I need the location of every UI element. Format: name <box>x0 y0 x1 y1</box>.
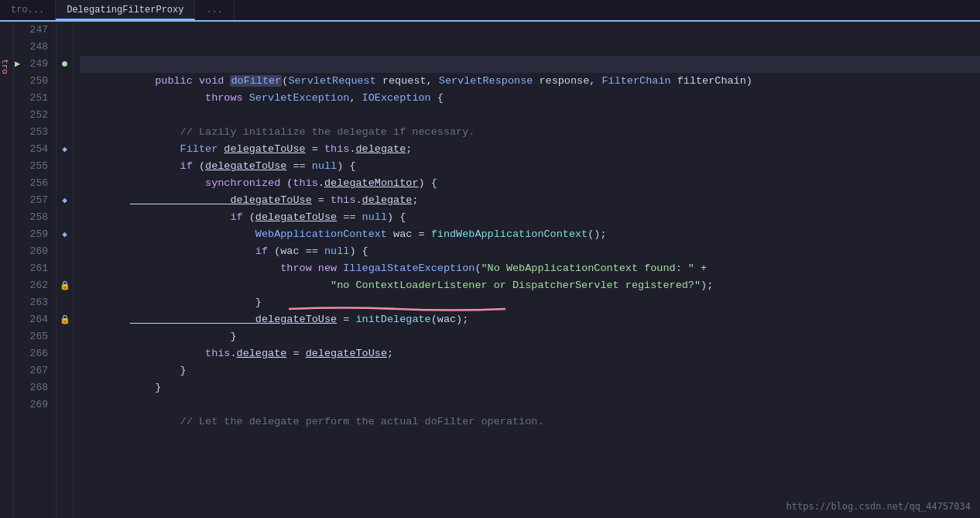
debug-255 <box>57 158 73 175</box>
code-line-259: if (wac == null) { <box>80 226 980 243</box>
line-265: 265 <box>14 328 56 345</box>
code-line-253: Filter delegateToUse = this.delegate; <box>80 124 980 141</box>
code-line-248: @Override <box>80 39 980 56</box>
debug-252 <box>57 107 73 124</box>
watermark: https://blog.csdn.net/qq_44757034 <box>786 501 971 512</box>
debug-260 <box>57 243 73 260</box>
code-line-251 <box>80 90 980 107</box>
debug-icons: ● ◆ ◆ ◆ 🔒 🔒 <box>57 22 74 518</box>
line-numbers: 247 248 ▶ 249 250 251 252 253 254 255 25… <box>14 22 57 518</box>
code-line-263: delegateToUse = initDelegate(wac); <box>80 294 980 311</box>
line-251: 251 <box>14 90 56 107</box>
line-261: 261 <box>14 260 56 277</box>
code-line-250: throws ServletException, IOException { <box>80 73 980 90</box>
debug-254: ◆ <box>57 141 73 158</box>
code-line-261: "no ContextLoaderListener or DispatcherS… <box>80 260 980 277</box>
line-257: 257 <box>14 192 56 209</box>
code-line-267: } <box>80 362 980 379</box>
line-262: 262 <box>14 277 56 294</box>
debug-261 <box>57 260 73 277</box>
code-line-247 <box>80 22 980 39</box>
gutter-label: tro <box>0 59 10 74</box>
line-254: 254 <box>14 141 56 158</box>
debug-268 <box>57 379 73 396</box>
line-250: 250 <box>14 73 56 90</box>
code-line-252: // Lazily initialize the delegate if nec… <box>80 107 980 124</box>
tab-delegating-filter[interactable]: DelegatingFilterProxy <box>56 0 195 20</box>
debug-250 <box>57 73 73 90</box>
code-line-254: if (delegateToUse == null) { <box>80 141 980 158</box>
green-dot-icon: ● <box>61 56 69 73</box>
debug-262: 🔒 <box>57 277 73 294</box>
comment-dofilter: // Let the delegate perform the actual d… <box>130 416 544 427</box>
debug-248 <box>57 39 73 56</box>
debug-267 <box>57 362 73 379</box>
code-line-255: synchronized (this.delegateMonitor) { <box>80 158 980 175</box>
code-line-258: WebApplicationContext wac = findWebAppli… <box>80 209 980 226</box>
debug-266 <box>57 345 73 362</box>
debug-251 <box>57 90 73 107</box>
line-260: 260 <box>14 243 56 260</box>
line-267: 267 <box>14 362 56 379</box>
tab-more[interactable]: ... <box>195 0 235 20</box>
debug-258 <box>57 209 73 226</box>
line-266: 266 <box>14 345 56 362</box>
code-line-257: if (delegateToUse == null) { <box>80 192 980 209</box>
code-line-266: } <box>80 345 980 362</box>
code-line-256: delegateToUse = this.delegate; <box>80 175 980 192</box>
code-line-265: this.delegate = delegateToUse; <box>80 328 980 345</box>
line-253: 253 <box>14 124 56 141</box>
code-editor: tro... DelegatingFilterProxy ... tro 247… <box>0 0 980 518</box>
debug-arrow: ▶ <box>15 56 20 73</box>
code-line-269: // Let the delegate perform the actual d… <box>80 396 980 413</box>
line-268: 268 <box>14 379 56 396</box>
main-content: tro 247 248 ▶ 249 250 251 252 253 254 25… <box>0 0 980 518</box>
left-gutter: tro <box>0 22 14 518</box>
debug-257: ◆ <box>57 192 73 209</box>
debug-269 <box>57 396 73 413</box>
debug-253 <box>57 124 73 141</box>
line-256: 256 <box>14 175 56 192</box>
line-264: 264 <box>14 311 56 328</box>
line-259: 259 <box>14 226 56 243</box>
line-263: 263 <box>14 294 56 311</box>
debug-259: ◆ <box>57 226 73 243</box>
debug-264: 🔒 <box>57 311 73 328</box>
code-line-260: throw new IllegalStateException("No WebA… <box>80 243 980 260</box>
line-248: 248 <box>14 39 56 56</box>
code-line-262: } <box>80 277 980 294</box>
debug-247 <box>57 22 73 39</box>
line-252: 252 <box>14 107 56 124</box>
line-258: 258 <box>14 209 56 226</box>
code-line-268 <box>80 379 980 396</box>
line-269: 269 <box>14 396 56 413</box>
line-255: 255 <box>14 158 56 175</box>
code-line-249: public void doFilter(ServletRequest requ… <box>80 56 980 73</box>
line-247: 247 <box>14 22 56 39</box>
debug-265 <box>57 328 73 345</box>
debug-249: ● <box>57 56 73 73</box>
code-area: @Override public void doFilter(ServletRe… <box>74 22 980 518</box>
tab-bar[interactable]: tro... DelegatingFilterProxy ... <box>0 0 980 22</box>
line-249: ▶ 249 <box>14 56 56 73</box>
debug-256 <box>57 175 73 192</box>
code-line-264: } <box>80 311 980 328</box>
debug-263 <box>57 294 73 311</box>
tab-tro[interactable]: tro... <box>0 0 56 20</box>
